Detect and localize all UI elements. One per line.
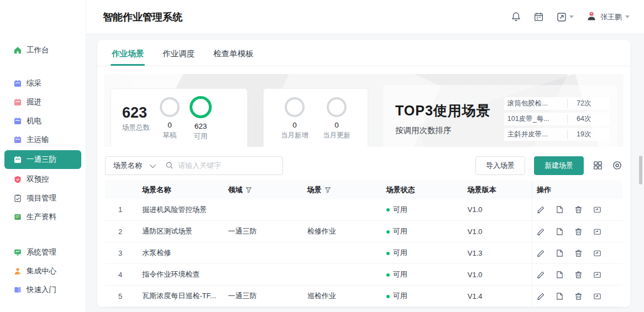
col-header-scene: 场景 bbox=[303, 181, 382, 199]
sidebar-item-label: 项目管理 bbox=[27, 193, 56, 203]
sidebar-item-label: 掘进 bbox=[27, 97, 41, 107]
vertical-scrollbar[interactable] bbox=[639, 156, 642, 184]
edit-icon[interactable] bbox=[537, 271, 545, 279]
top3-item[interactable]: 滚筒包胶检... 72次 bbox=[504, 97, 609, 110]
row-index: 3 bbox=[105, 242, 138, 264]
top3-item[interactable]: 主斜井皮带... 19次 bbox=[504, 128, 609, 141]
copy-icon[interactable] bbox=[556, 205, 564, 214]
content-card: 作业场景 作业调度 检查单模板 623 场景总数 0 草稿 623 可用 bbox=[97, 40, 630, 307]
table-row[interactable]: 1 掘进机风险管控场景 可用 V1.0 bbox=[105, 199, 622, 221]
copy-icon[interactable] bbox=[556, 292, 564, 300]
delete-icon[interactable] bbox=[574, 205, 583, 214]
delete-icon[interactable] bbox=[574, 271, 583, 279]
card-view-icon[interactable] bbox=[593, 160, 603, 171]
edit-icon[interactable] bbox=[537, 205, 545, 214]
sidebar-item-jichengzhongxin[interactable]: 集成中心 bbox=[9, 263, 80, 279]
top3-item-count: 19次 bbox=[567, 130, 606, 139]
sidebar-item-workbench[interactable]: 工作台 bbox=[9, 42, 80, 59]
create-scene-button[interactable]: 新建场景 bbox=[534, 156, 584, 175]
status-dot bbox=[386, 230, 390, 234]
sidebar-item-shengchanziliao[interactable]: 生产资料 bbox=[9, 209, 80, 225]
stat-ring-updated-this-month: 0 当月更新 bbox=[323, 97, 350, 140]
sidebar-item-zhuyunshu[interactable]: 主运输 bbox=[9, 131, 80, 148]
user-menu[interactable]: 张王鹏 bbox=[586, 10, 630, 23]
export-icon[interactable] bbox=[593, 292, 601, 300]
domain-cell: 一通三防 bbox=[224, 221, 303, 242]
search-field-select[interactable]: 场景名称 bbox=[106, 157, 161, 174]
col-header-label: 领域 bbox=[228, 185, 243, 195]
delete-icon[interactable] bbox=[574, 249, 583, 257]
copy-icon[interactable] bbox=[556, 228, 564, 236]
export-icon[interactable] bbox=[593, 271, 601, 279]
sidebar-item-yitongsanfang[interactable]: 一通三防 bbox=[4, 150, 81, 169]
stat-ring-available: 623 可用 bbox=[190, 96, 212, 141]
edit-icon[interactable] bbox=[537, 292, 545, 300]
tab-scheduling[interactable]: 作业调度 bbox=[163, 49, 195, 66]
table-header-row: 场景名称 领域 场景 场景状态 场景版本 操作 bbox=[105, 181, 622, 199]
status-dot bbox=[386, 273, 390, 277]
calendar-icon[interactable] bbox=[533, 12, 544, 22]
sidebar-item-jidian[interactable]: 机电 bbox=[9, 113, 80, 129]
sidebar-item-kuaisurumen[interactable]: 快速入门 bbox=[9, 282, 80, 298]
column-setting-icon[interactable] bbox=[612, 160, 622, 171]
app-switch-icon[interactable] bbox=[556, 12, 574, 23]
domain-cell: 一通三防 bbox=[224, 285, 303, 307]
delete-icon[interactable] bbox=[574, 228, 583, 236]
copy-icon[interactable] bbox=[556, 249, 564, 257]
filter-icon[interactable] bbox=[324, 187, 331, 193]
edit-icon[interactable] bbox=[537, 228, 545, 236]
ring-chart bbox=[285, 97, 305, 117]
table-row[interactable]: 3 水泵检修 可用 V1.3 bbox=[105, 242, 622, 264]
top3-item-name: 101皮带_每... bbox=[507, 114, 567, 124]
ring-label: 草稿 bbox=[163, 131, 177, 140]
sidebar-item-shuangyukong[interactable]: 双预控 bbox=[9, 171, 80, 188]
sidebar-item-label: 机电 bbox=[27, 116, 41, 126]
search-input[interactable] bbox=[178, 161, 261, 170]
tab-scenes[interactable]: 作业场景 bbox=[112, 49, 144, 66]
sidebar-item-zongcai[interactable]: 综采 bbox=[9, 75, 80, 92]
delete-icon[interactable] bbox=[574, 292, 583, 300]
import-scene-button[interactable]: 导入场景 bbox=[475, 156, 525, 175]
top3-item-name: 滚筒包胶检... bbox=[507, 99, 567, 108]
sidebar-item-xiangmuguanli[interactable]: 项目管理 bbox=[9, 190, 80, 207]
scene-name-cell: 瓦斯浓度每日巡检-TF... bbox=[138, 285, 223, 307]
domain-cell bbox=[224, 199, 303, 221]
sidebar-item-label: 双预控 bbox=[27, 174, 49, 184]
topbar: 智能作业管理系统 张王鹏 bbox=[86, 0, 644, 34]
action-cell bbox=[532, 242, 622, 264]
tab-checklist-template[interactable]: 检查单模板 bbox=[213, 49, 254, 66]
book-icon bbox=[13, 286, 22, 294]
action-cell bbox=[532, 285, 622, 307]
edit-icon[interactable] bbox=[537, 249, 545, 257]
top3-item-count: 64次 bbox=[567, 114, 606, 124]
ring-chart bbox=[160, 97, 180, 117]
bell-icon[interactable] bbox=[511, 12, 521, 22]
version-cell: V1.0 bbox=[463, 221, 532, 242]
status-dot bbox=[386, 252, 390, 255]
top3-item[interactable]: 101皮带_每... 64次 bbox=[504, 113, 609, 125]
domain-cell bbox=[224, 264, 303, 285]
status-dot bbox=[386, 208, 390, 211]
export-icon[interactable] bbox=[593, 205, 601, 214]
search-icon bbox=[165, 161, 174, 170]
status-cell: 可用 bbox=[382, 221, 463, 242]
scene-table: 场景名称 领域 场景 场景状态 场景版本 操作 bbox=[105, 181, 622, 308]
sidebar-item-label: 综采 bbox=[27, 78, 41, 88]
ring-chart bbox=[190, 96, 212, 118]
top3-subtitle: 按调用次数排序 bbox=[395, 125, 491, 136]
copy-icon[interactable] bbox=[556, 271, 564, 279]
table-toolbar: 场景名称 导入场景 新建场景 bbox=[105, 156, 622, 175]
export-icon[interactable] bbox=[593, 228, 601, 236]
clipboard-icon bbox=[13, 194, 22, 203]
home-icon bbox=[13, 46, 22, 55]
table-row[interactable]: 5 瓦斯浓度每日巡检-TF... 一通三防 巡检作业 可用 V1.4 bbox=[105, 285, 622, 307]
monitor-icon bbox=[13, 248, 22, 257]
table-row[interactable]: 4 指令作业环境检查 可用 V1.0 bbox=[105, 264, 622, 285]
sidebar-item-xitongguanli[interactable]: 系统管理 bbox=[9, 244, 80, 261]
table-row[interactable]: 2 通防区测试场景 一通三防 检修作业 可用 V1.0 bbox=[105, 221, 622, 242]
status-cell: 可用 bbox=[382, 285, 463, 307]
filter-icon[interactable] bbox=[245, 187, 252, 193]
sidebar-item-label: 快速入门 bbox=[27, 285, 56, 295]
sidebar-item-juejin[interactable]: 掘进 bbox=[9, 94, 80, 110]
export-icon[interactable] bbox=[593, 249, 601, 257]
